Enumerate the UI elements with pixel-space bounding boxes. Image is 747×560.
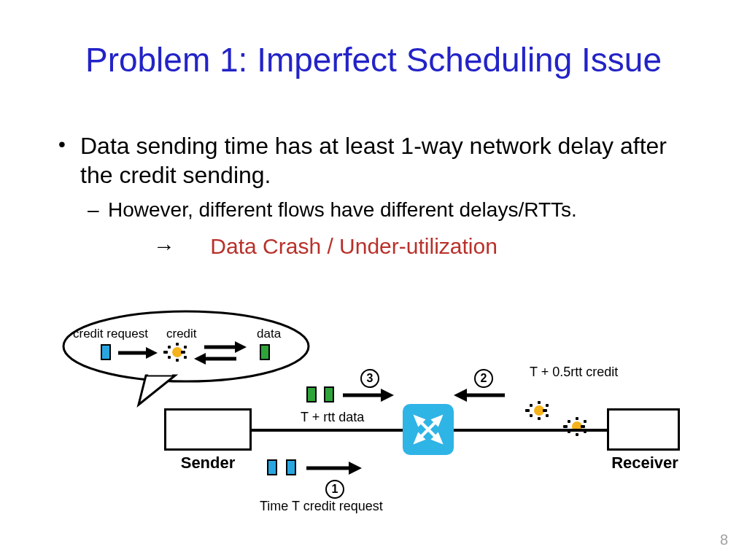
step-3-badge: 3 (360, 369, 379, 388)
bullet-1: • Data sending time has at least 1-way n… (58, 131, 693, 190)
receiver-box (607, 408, 680, 451)
slide-title: Problem 1: Imperfect Scheduling Issue (0, 40, 747, 79)
credit-token-1 (531, 402, 547, 419)
legend-credit-icon (169, 344, 185, 360)
arrow-step-3 (341, 386, 395, 404)
svg-marker-18 (349, 462, 362, 475)
consequence-line: → Data Crash / Under-utilization (58, 233, 693, 260)
data-label: T + rtt data (301, 410, 364, 425)
sub-bullet-1-text: However, different flows have different … (108, 197, 577, 222)
credit-request-packet-2 (286, 459, 296, 475)
sender-box (164, 408, 252, 451)
step-1-badge: 1 (325, 480, 344, 499)
consequence-text: Data Crash / Under-utilization (210, 234, 498, 258)
bullet-marker: • (58, 131, 80, 190)
svg-marker-4 (235, 341, 247, 353)
legend-credit-label: credit (166, 327, 197, 341)
credit-label: T + 0.5rtt credit (530, 365, 618, 380)
page-number: 8 (720, 532, 728, 548)
data-packet-2 (324, 386, 334, 402)
link-left (252, 429, 405, 432)
slide: Problem 1: Imperfect Scheduling Issue • … (0, 0, 747, 560)
arrow-glyph: → (153, 233, 204, 260)
network-diagram: credit request credit data 3 (44, 314, 686, 540)
svg-marker-6 (194, 353, 206, 365)
svg-marker-10 (454, 389, 467, 402)
switch-icon (403, 404, 454, 455)
legend-arrow-1 (117, 346, 158, 360)
credit-request-packet-1 (267, 459, 277, 475)
svg-marker-8 (381, 389, 394, 402)
step-2-badge: 2 (474, 369, 493, 388)
bullet-1-text: Data sending time has at least 1-way net… (80, 131, 693, 190)
credit-request-label: Time T credit request (260, 499, 383, 514)
receiver-label: Receiver (594, 454, 696, 472)
arrow-step-2 (452, 386, 506, 404)
svg-marker-2 (146, 347, 158, 359)
legend-arrow-pair (193, 340, 248, 366)
arrow-step-1 (305, 459, 363, 477)
legend-bubble (58, 306, 321, 408)
sender-label: Sender (157, 454, 259, 472)
legend-credit-request-icon (101, 344, 111, 360)
legend-credit-request-label: credit request (73, 327, 148, 341)
data-packet-1 (306, 386, 317, 402)
legend-data-label: data (257, 327, 281, 341)
legend-data-icon (260, 344, 270, 360)
sub-bullet-1: – However, different flows have differen… (88, 197, 693, 222)
credit-token-2 (569, 419, 585, 435)
sub-marker: – (88, 197, 108, 222)
body-text: • Data sending time has at least 1-way n… (58, 131, 693, 260)
link-right (454, 429, 607, 432)
